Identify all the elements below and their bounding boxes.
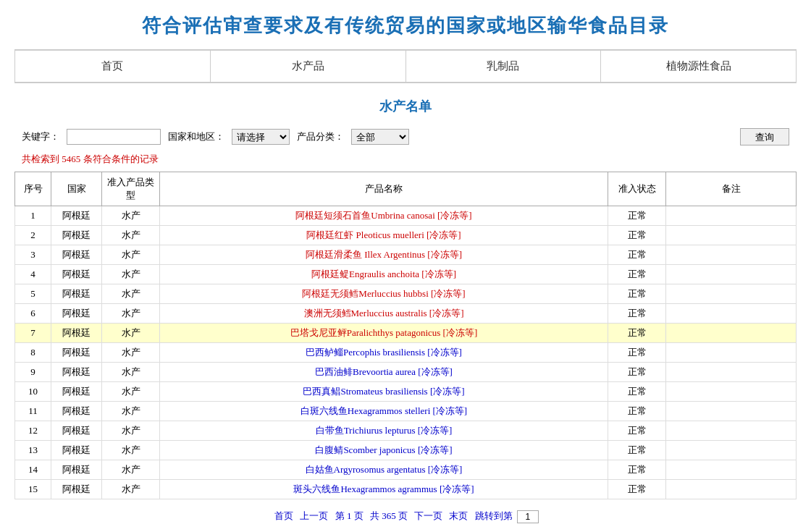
nav-plant[interactable]: 植物源性食品 [601,50,797,83]
table-row-remark [666,480,797,499]
table-row-type: 水产 [102,206,160,226]
pagination-jump-label: 跳转到第 [475,510,513,521]
table-row-seq: 10 [15,382,51,402]
table-row-seq: 5 [15,284,51,304]
table-row-status: 正常 [608,421,666,441]
table-row-seq: 8 [15,343,51,363]
table-row-seq: 2 [15,226,51,245]
search-button[interactable]: 查询 [740,128,789,145]
table-row-name[interactable]: 巴西真鲳Stromateus brasiliensis [冷冻等] [160,382,608,402]
table-row-status: 正常 [608,480,666,499]
table-row-status: 正常 [608,265,666,284]
data-table: 序号 国家 准入产品类型 产品名称 准入状态 备注 1 阿根廷 水产 阿根廷短须… [14,172,797,499]
table-row-status: 正常 [608,245,666,265]
table-row-remark [666,245,797,265]
table-row-country: 阿根廷 [51,441,102,460]
col-header-status: 准入状态 [608,172,666,206]
table-row-status: 正常 [608,206,666,226]
pagination-current: 第 1 页 [335,510,364,521]
table-row-type: 水产 [102,265,160,284]
table-row-country: 阿根廷 [51,265,102,284]
table-row-name[interactable]: 阿根廷鳀Engraulis anchoita [冷冻等] [160,265,608,284]
table-row-remark [666,206,797,226]
table-row-name[interactable]: 阿根廷短须石首鱼Umbrina canosai [冷冻等] [160,206,608,226]
table-row-country: 阿根廷 [51,402,102,421]
table-row-type: 水产 [102,421,160,441]
pagination: 首页 上一页 第 1 页 共 365 页 下一页 末页 跳转到第 [0,502,811,531]
nav-bar: 首页 水产品 乳制品 植物源性食品 [14,49,797,83]
table-row-remark [666,382,797,402]
table-row-status: 正常 [608,343,666,363]
table-row-country: 阿根廷 [51,460,102,480]
table-row-type: 水产 [102,402,160,421]
table-row-seq: 4 [15,265,51,284]
table-row-remark [666,363,797,382]
table-row-country: 阿根廷 [51,480,102,499]
table-row-seq: 6 [15,304,51,324]
pagination-first[interactable]: 首页 [274,510,293,521]
table-row-remark [666,265,797,284]
category-select[interactable]: 全部 [351,129,409,145]
col-header-name: 产品名称 [160,172,608,206]
pagination-last[interactable]: 末页 [449,510,468,521]
table-row-remark [666,441,797,460]
table-row-country: 阿根廷 [51,304,102,324]
table-row-type: 水产 [102,304,160,324]
table-row-status: 正常 [608,226,666,245]
table-row-type: 水产 [102,363,160,382]
col-header-type: 准入产品类型 [102,172,160,206]
table-row-type: 水产 [102,480,160,499]
result-count: 共检索到 5465 条符合条件的记录 [0,150,811,169]
table-row-seq: 1 [15,206,51,226]
table-row-name[interactable]: 巴塔戈尼亚鲆Paralichthys patagonicus [冷冻等] [160,324,608,343]
table-row-country: 阿根廷 [51,324,102,343]
table-row-name[interactable]: 阿根廷滑柔鱼 Illex Argentinus [冷冻等] [160,245,608,265]
keyword-label: 关键字： [22,130,59,143]
table-row-name[interactable]: 阿根廷红虾 Pleoticus muelleri [冷冻等] [160,226,608,245]
table-row-remark [666,324,797,343]
table-row-seq: 15 [15,480,51,499]
table-row-remark [666,304,797,324]
table-row-seq: 9 [15,363,51,382]
table-row-country: 阿根廷 [51,382,102,402]
table-row-seq: 3 [15,245,51,265]
table-row-name[interactable]: 白姑鱼Argyrosomus argentatus [冷冻等] [160,460,608,480]
table-row-remark [666,343,797,363]
table-row-remark [666,460,797,480]
table-row-seq: 11 [15,402,51,421]
table-row-name[interactable]: 阿根廷无须鳕Merluccius hubbsi [冷冻等] [160,284,608,304]
table-row-name[interactable]: 巴西油鲱Brevoortia aurea [冷冻等] [160,363,608,382]
page-title: 符合评估审查要求及有传统贸易的国家或地区输华食品目录 [0,0,811,49]
nav-home[interactable]: 首页 [14,50,211,83]
table-row-seq: 13 [15,441,51,460]
pagination-prev[interactable]: 上一页 [300,510,328,521]
nav-dairy[interactable]: 乳制品 [406,50,602,83]
table-row-status: 正常 [608,363,666,382]
table-row-remark [666,284,797,304]
table-row-name[interactable]: 白斑六线鱼Hexagrammos stelleri [冷冻等] [160,402,608,421]
table-row-name[interactable]: 斑头六线鱼Hexagrammos agrammus [冷冻等] [160,480,608,499]
keyword-input[interactable] [67,129,161,145]
table-row-name[interactable]: 白腹鲭Scomber japonicus [冷冻等] [160,441,608,460]
country-select[interactable]: 请选择 [232,129,290,145]
table-row-country: 阿根廷 [51,226,102,245]
table-row-status: 正常 [608,402,666,421]
table-row-status: 正常 [608,304,666,324]
category-label: 产品分类： [297,130,344,143]
table-row-country: 阿根廷 [51,245,102,265]
table-row-status: 正常 [608,284,666,304]
table-row-name[interactable]: 澳洲无须鳕Merluccius australis [冷冻等] [160,304,608,324]
pagination-jump-input[interactable] [517,510,539,523]
table-row-type: 水产 [102,460,160,480]
pagination-next[interactable]: 下一页 [414,510,442,521]
country-label: 国家和地区： [168,130,224,143]
table-row-name[interactable]: 巴西鲈鲻Percophis brasiliensis [冷冻等] [160,343,608,363]
table-row-remark [666,226,797,245]
col-header-seq: 序号 [15,172,51,206]
table-row-country: 阿根廷 [51,343,102,363]
search-bar: 关键字： 国家和地区： 请选择 产品分类： 全部 查询 [0,124,811,150]
table-row-type: 水产 [102,284,160,304]
nav-aquatic[interactable]: 水产品 [211,50,406,83]
table-row-name[interactable]: 白带鱼Trichiurus lepturus [冷冻等] [160,421,608,441]
table-row-type: 水产 [102,324,160,343]
